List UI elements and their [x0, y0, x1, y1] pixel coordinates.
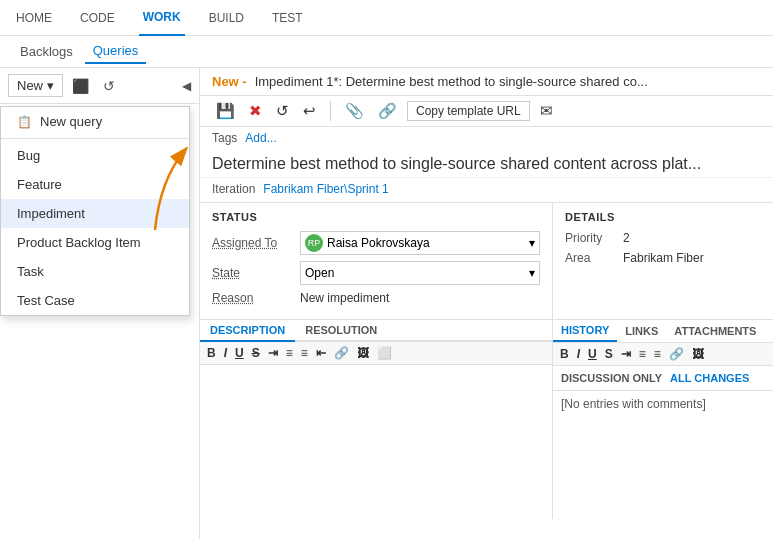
assigned-to-name: Raisa Pokrovskaya	[327, 236, 430, 250]
assigned-to-field[interactable]: RP Raisa Pokrovskaya ▾	[300, 231, 540, 255]
nav-build[interactable]: BUILD	[205, 0, 248, 36]
hist-image-button[interactable]: 🖼	[689, 346, 707, 362]
menu-new-query[interactable]: 📋 New query	[1, 107, 189, 136]
reason-value: New impediment	[300, 291, 389, 305]
menu-pbi-label: Product Backlog Item	[17, 235, 141, 250]
discussion-only-label: DISCUSSION ONLY	[561, 372, 662, 384]
area-value: Fabrikam Fiber	[623, 251, 704, 265]
hist-indent-button[interactable]: ⇥	[618, 346, 634, 362]
state-row: State Open ▾	[212, 261, 540, 285]
tags-add-button[interactable]: Add...	[245, 131, 276, 145]
reason-row: Reason New impediment	[212, 291, 540, 305]
sidebar-toolbar: New ▾ ⬛ ↺ ◀	[0, 68, 199, 104]
wi-title: Determine best method to single-source s…	[200, 149, 773, 178]
decrease-indent-button[interactable]: ⇤	[313, 345, 329, 361]
strikethrough-button[interactable]: S	[249, 345, 263, 361]
indent-button[interactable]: ⇥	[265, 345, 281, 361]
bold-button[interactable]: B	[204, 345, 219, 361]
state-value: Open	[305, 266, 334, 280]
main-layout: New ▾ ⬛ ↺ ◀ 📋 New query Bug Feature	[0, 68, 773, 539]
image-button[interactable]: 🖼	[354, 345, 372, 361]
hist-italic-button[interactable]: I	[574, 346, 583, 362]
sub-nav: Backlogs Queries	[0, 36, 773, 68]
refresh-wi-button[interactable]: ↺	[272, 100, 293, 122]
tab-links[interactable]: LINKS	[617, 321, 666, 341]
tags-row: Tags Add...	[200, 127, 773, 149]
menu-task[interactable]: Task	[1, 257, 189, 286]
menu-impediment-label: Impediment	[17, 206, 85, 221]
hist-bold-button[interactable]: B	[557, 346, 572, 362]
menu-bug[interactable]: Bug	[1, 141, 189, 170]
desc-tabs: DESCRIPTION RESOLUTION	[200, 320, 552, 342]
tags-label: Tags	[212, 131, 237, 145]
nav-code[interactable]: CODE	[76, 0, 119, 36]
menu-product-backlog-item[interactable]: Product Backlog Item	[1, 228, 189, 257]
status-details-container: STATUS Assigned To RP Raisa Pokrovskaya …	[200, 202, 773, 319]
desc-editor-toolbar: B I U S ⇥ ≡ ≡ ⇤ 🔗 🖼 ⬜	[200, 342, 552, 365]
nav-work[interactable]: WORK	[139, 0, 185, 36]
icon-chart-button[interactable]: ⬛	[67, 75, 94, 97]
subnav-queries[interactable]: Queries	[85, 39, 147, 64]
area-row: Area Fabrikam Fiber	[565, 251, 761, 265]
toolbar-separator	[330, 101, 331, 121]
hist-strikethrough-button[interactable]: S	[602, 346, 616, 362]
delete-button[interactable]: ✖	[245, 100, 266, 122]
assigned-to-value: RP Raisa Pokrovskaya	[305, 234, 430, 252]
reason-label: Reason	[212, 291, 292, 305]
hist-list-button[interactable]: ≡	[651, 346, 664, 362]
tab-description[interactable]: DESCRIPTION	[200, 320, 295, 342]
new-label: New	[17, 78, 43, 93]
numbered-list-button[interactable]: ≡	[298, 345, 311, 361]
new-button[interactable]: New ▾	[8, 74, 63, 97]
copy-url-button[interactable]: Copy template URL	[407, 101, 530, 121]
italic-button[interactable]: I	[221, 345, 230, 361]
details-header: DETAILS	[565, 211, 761, 223]
tab-history[interactable]: HISTORY	[553, 320, 617, 342]
mail-button[interactable]: ✉	[536, 100, 557, 122]
menu-impediment[interactable]: Impediment	[1, 199, 189, 228]
status-header: STATUS	[212, 211, 540, 223]
history-section: HISTORY LINKS ATTACHMENTS B I U S ⇥ ≡ ≡ …	[553, 320, 773, 519]
query-icon: 📋	[17, 115, 32, 129]
app-container: HOME CODE WORK BUILD TEST Backlogs Queri…	[0, 0, 773, 539]
details-section: DETAILS Priority 2 Area Fabrikam Fiber	[553, 203, 773, 319]
state-field[interactable]: Open ▾	[300, 261, 540, 285]
menu-new-query-label: New query	[40, 114, 102, 129]
attachment-button[interactable]: 📎	[341, 100, 368, 122]
underline-button[interactable]: U	[232, 345, 247, 361]
link-button[interactable]: 🔗	[374, 100, 401, 122]
sidebar: New ▾ ⬛ ↺ ◀ 📋 New query Bug Feature	[0, 68, 200, 539]
no-entries-text: [No entries with comments]	[553, 391, 773, 417]
hist-link-button[interactable]: 🔗	[666, 346, 687, 362]
description-editor[interactable]	[200, 365, 552, 519]
undo-button[interactable]: ↩	[299, 100, 320, 122]
history-tabs: HISTORY LINKS ATTACHMENTS	[553, 320, 773, 343]
iteration-label: Iteration	[212, 182, 255, 196]
lower-section: DESCRIPTION RESOLUTION B I U S ⇥ ≡ ≡ ⇤ 🔗…	[200, 319, 773, 519]
hist-bullet-button[interactable]: ≡	[636, 346, 649, 362]
nav-home[interactable]: HOME	[12, 0, 56, 36]
wi-type-new: New -	[212, 74, 247, 89]
fullscreen-button[interactable]: ⬜	[374, 345, 395, 361]
refresh-button[interactable]: ↺	[98, 75, 120, 97]
nav-test[interactable]: TEST	[268, 0, 307, 36]
dropdown-arrow-icon: ▾	[47, 78, 54, 93]
link-button[interactable]: 🔗	[331, 345, 352, 361]
save-button[interactable]: 💾	[212, 100, 239, 122]
dropdown-caret-icon: ▾	[529, 236, 535, 250]
subnav-backlogs[interactable]: Backlogs	[12, 40, 81, 63]
wi-toolbar: 💾 ✖ ↺ ↩ 📎 🔗 Copy template URL ✉	[200, 96, 773, 127]
description-section: DESCRIPTION RESOLUTION B I U S ⇥ ≡ ≡ ⇤ 🔗…	[200, 320, 553, 519]
bullet-list-button[interactable]: ≡	[283, 345, 296, 361]
dropdown-menu: 📋 New query Bug Feature Impediment Produ…	[0, 106, 190, 316]
menu-feature[interactable]: Feature	[1, 170, 189, 199]
menu-test-case[interactable]: Test Case	[1, 286, 189, 315]
state-label: State	[212, 266, 292, 280]
hist-underline-button[interactable]: U	[585, 346, 600, 362]
collapse-button[interactable]: ◀	[182, 79, 191, 93]
tab-resolution[interactable]: RESOLUTION	[295, 320, 387, 342]
area-label: Area	[565, 251, 615, 265]
tab-attachments[interactable]: ATTACHMENTS	[666, 321, 764, 341]
iteration-value[interactable]: Fabrikam Fiber\Sprint 1	[263, 182, 388, 196]
all-changes-link[interactable]: ALL CHANGES	[670, 372, 749, 384]
